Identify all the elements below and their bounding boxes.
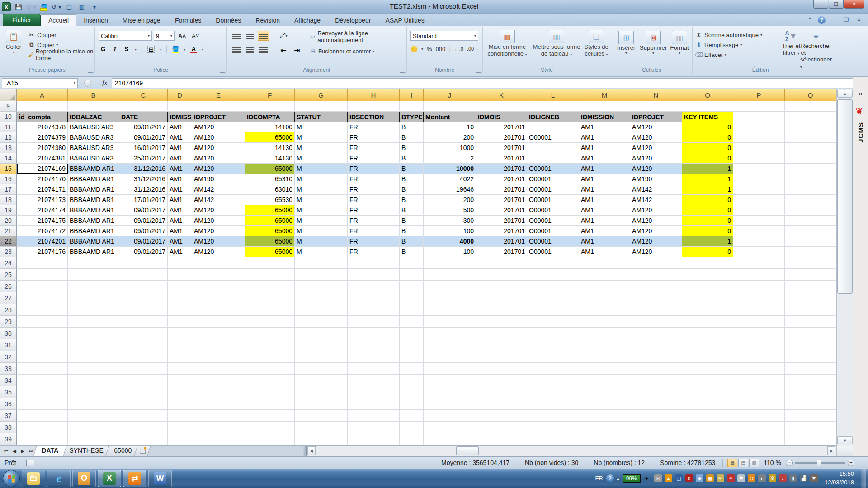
cell-E35[interactable] <box>192 386 245 398</box>
cell-H36[interactable] <box>348 398 400 410</box>
vertical-split-handle[interactable] <box>837 446 853 456</box>
cut-button[interactable]: ✂Couper <box>28 30 94 40</box>
zoom-slider-thumb[interactable] <box>817 460 821 466</box>
cell-Q22[interactable] <box>785 236 836 247</box>
cell-M15[interactable]: AM1 <box>579 164 630 174</box>
cell-A31[interactable] <box>17 339 68 351</box>
workbook-minimize-icon[interactable]: — <box>829 16 838 24</box>
cell-P35[interactable] <box>733 386 785 398</box>
cell-C12[interactable]: 09/01/2017 <box>119 132 168 143</box>
cell-J12[interactable]: 200 <box>424 132 476 143</box>
zoom-out-icon[interactable]: − <box>786 460 793 466</box>
cell-F12[interactable]: 65000 <box>245 132 295 143</box>
cell-M36[interactable] <box>579 398 630 410</box>
sheet-tab-data[interactable]: DATA <box>33 446 67 456</box>
cell-P34[interactable] <box>733 375 785 386</box>
close-button[interactable]: ✕ <box>844 0 864 9</box>
cell-O38[interactable] <box>682 422 733 433</box>
cell-I13[interactable]: B <box>400 143 424 153</box>
cell-K29[interactable] <box>476 316 527 328</box>
cell-L32[interactable] <box>527 351 579 363</box>
shrink-font-button[interactable]: A˅ <box>192 31 199 41</box>
tray-icon-mail[interactable]: ✉ <box>717 474 724 482</box>
cell-M23[interactable]: AM1 <box>579 247 630 257</box>
percent-icon[interactable]: % <box>427 46 432 52</box>
cell-Q29[interactable] <box>785 316 836 328</box>
cell-L38[interactable] <box>527 422 579 433</box>
cell-L12[interactable]: O00001 <box>527 132 579 143</box>
cell-F19[interactable]: 65000 <box>245 205 295 216</box>
cell-L18[interactable]: O00001 <box>527 195 579 205</box>
cell-N25[interactable] <box>630 269 682 281</box>
cell-D19[interactable]: AM1 <box>168 205 192 216</box>
row-header-23[interactable]: 23 <box>0 247 17 257</box>
help-icon[interactable]: ? <box>818 16 826 24</box>
row-header-21[interactable]: 21 <box>0 226 17 236</box>
next-sheet-icon[interactable]: ▶ <box>19 449 26 454</box>
cell-P25[interactable] <box>733 269 785 281</box>
cell-G24[interactable] <box>295 257 348 269</box>
cell-G37[interactable] <box>295 410 348 422</box>
cell-F15[interactable]: 65000 <box>245 164 295 174</box>
cell-N30[interactable] <box>630 328 682 339</box>
cell-K39[interactable] <box>476 433 527 445</box>
cell-D22[interactable]: AM1 <box>168 236 192 247</box>
cell-M22[interactable]: AM1 <box>579 236 630 247</box>
taskbar-sync-app[interactable]: ⇄ <box>123 470 146 487</box>
scroll-down-icon[interactable]: ▼ <box>837 436 853 444</box>
cell-L26[interactable] <box>527 281 579 292</box>
cell-D37[interactable] <box>168 410 192 422</box>
cell-K35[interactable] <box>476 386 527 398</box>
cell-F32[interactable] <box>245 351 295 363</box>
row-header-27[interactable]: 27 <box>0 292 17 304</box>
cell-G25[interactable] <box>295 269 348 281</box>
cell-E28[interactable] <box>192 304 245 316</box>
cell-A29[interactable] <box>17 316 68 328</box>
cell-K9[interactable] <box>476 101 527 112</box>
cell-J39[interactable] <box>424 433 476 445</box>
cell-L27[interactable] <box>527 292 579 304</box>
row-header-25[interactable]: 25 <box>0 269 17 281</box>
cell-K12[interactable]: 201701 <box>476 132 527 143</box>
cell-B25[interactable] <box>68 269 119 281</box>
cell-O11[interactable]: 0 <box>682 122 733 132</box>
cell-F38[interactable] <box>245 422 295 433</box>
cell-F23[interactable]: 65000 <box>245 247 295 257</box>
cell-K26[interactable] <box>476 281 527 292</box>
cell-O20[interactable]: 0 <box>682 216 733 226</box>
cell-D39[interactable] <box>168 433 192 445</box>
cell-J32[interactable] <box>424 351 476 363</box>
cell-I12[interactable]: B <box>400 132 424 143</box>
cell-H19[interactable]: FR <box>348 205 400 216</box>
format-painter-button[interactable]: 🖌Reproduire la mise en forme <box>28 50 94 60</box>
cell-F29[interactable] <box>245 316 295 328</box>
row-header-31[interactable]: 31 <box>0 339 17 351</box>
cell-A37[interactable] <box>17 410 68 422</box>
cell-L13[interactable] <box>527 143 579 153</box>
column-header-Q[interactable]: Q <box>785 89 836 101</box>
cell-E26[interactable] <box>192 281 245 292</box>
cell-Q30[interactable] <box>785 328 836 339</box>
cell-C35[interactable] <box>119 386 168 398</box>
cell-P17[interactable] <box>733 184 785 195</box>
cell-Q18[interactable] <box>785 195 836 205</box>
insert-worksheet-button[interactable] <box>134 446 151 456</box>
cell-C31[interactable] <box>119 339 168 351</box>
cell-N15[interactable]: AM120 <box>630 164 682 174</box>
cell-O9[interactable] <box>682 101 733 112</box>
cell-Q31[interactable] <box>785 339 836 351</box>
cell-O21[interactable]: 0 <box>682 226 733 236</box>
cell-M9[interactable] <box>579 101 630 112</box>
cell-P30[interactable] <box>733 328 785 339</box>
cell-A22[interactable]: 21074201 <box>17 236 68 247</box>
cell-O14[interactable]: 0 <box>682 153 733 164</box>
cell-B21[interactable]: BBBAAMD AR1 <box>68 226 119 236</box>
show-desktop-button[interactable] <box>861 469 866 488</box>
cell-J15[interactable]: 10000 <box>424 164 476 174</box>
cell-K34[interactable] <box>476 375 527 386</box>
cell-C20[interactable]: 09/01/2017 <box>119 216 168 226</box>
cell-A28[interactable] <box>17 304 68 316</box>
cell-L21[interactable]: O00001 <box>527 226 579 236</box>
tray-icon-agent[interactable]: S <box>654 474 662 482</box>
cell-K18[interactable]: 201701 <box>476 195 527 205</box>
